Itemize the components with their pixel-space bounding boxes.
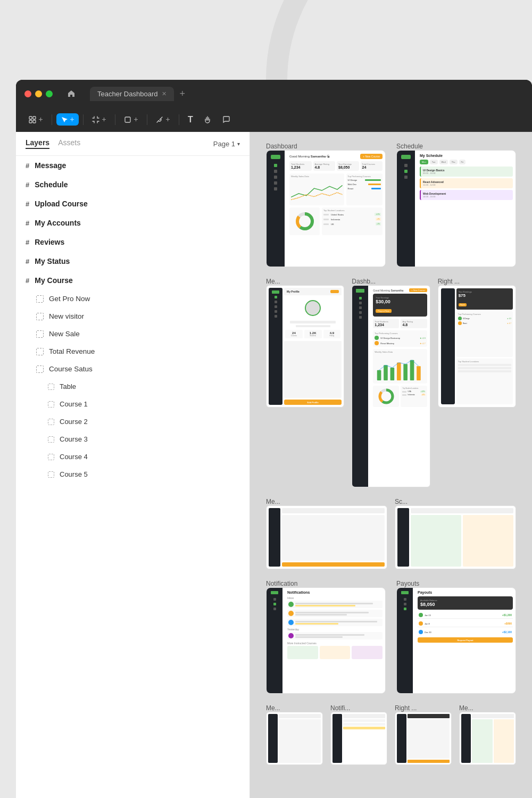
child-label: Course Satus (49, 365, 93, 373)
layer-item-schedule[interactable]: # Schedule (16, 175, 250, 194)
frame-me2[interactable]: Me... (266, 498, 387, 569)
comment-tool-button[interactable] (218, 113, 235, 126)
toolbar-divider-3 (115, 114, 115, 125)
me-sidebar (269, 288, 282, 405)
donut-svg (294, 211, 315, 232)
frame-tool-button[interactable] (88, 113, 111, 126)
tab-close-icon[interactable]: ✕ (162, 90, 167, 97)
schedule-item: UI Design Basics 09:00 - 10:30 (420, 167, 513, 177)
avatar (458, 321, 462, 325)
layer-child-new-visitor[interactable]: New visitor (16, 307, 250, 325)
layer-grandchild-course-4[interactable]: Course 4 (16, 448, 250, 466)
msg-line (295, 612, 369, 613)
layer-child-new-sale[interactable]: New Sale (16, 325, 250, 343)
text-tool-button[interactable]: T (184, 112, 197, 127)
layer-child-course-status[interactable]: Course Satus (16, 360, 250, 378)
flag-icon (323, 214, 329, 215)
loc-row: USA +12% (402, 390, 425, 393)
layer-item-upload-course[interactable]: # Upload Course (16, 194, 250, 213)
frame-payouts[interactable]: Payouts Payouts Availab (396, 580, 516, 694)
layers-tab[interactable]: Layers (26, 138, 49, 149)
frame-schedule[interactable]: Schedule My Schedule Mo (396, 143, 516, 267)
nav (359, 306, 362, 309)
frame-label-payouts: Payouts (396, 580, 516, 587)
right-content: Your Earnings $75 Payout Top Performing … (456, 288, 513, 404)
layer-item-my-course[interactable]: # My Course (16, 271, 250, 290)
me-header: My Profile (284, 288, 342, 295)
rect-tool-button[interactable] (120, 113, 143, 126)
close-button[interactable] (24, 90, 31, 97)
layer-grandchild-course-2[interactable]: Course 2 (16, 413, 250, 430)
avatar (288, 602, 294, 607)
frame-dashb[interactable]: Dashb... (352, 278, 430, 487)
frame-me3[interactable]: Me... (266, 704, 323, 765)
country: Indonesia (331, 218, 373, 221)
dashb-stats: Total Students 1,234 Avg Rating 4.8 (373, 319, 427, 328)
layer-grandchild-course-1[interactable]: Course 1 (16, 395, 250, 413)
frame-right2[interactable]: Right ... (395, 704, 452, 765)
canvas-area[interactable]: Dashboard (250, 132, 532, 798)
payout-row: Dec 30 +$2,100 (418, 629, 513, 635)
hand-tool-button[interactable] (200, 113, 216, 126)
payout-icon (419, 621, 423, 626)
minimize-button[interactable] (35, 90, 42, 97)
frame-notification[interactable]: Notification Notifications (266, 580, 386, 694)
layer-item-my-status[interactable]: # My Status (16, 252, 250, 271)
toolbar-divider-1 (52, 114, 52, 125)
dashb-header: Good Morning Samantha + New Course (373, 288, 427, 292)
flag-icon (323, 223, 329, 225)
pen-tool-button[interactable] (152, 113, 174, 126)
flag (402, 391, 406, 393)
me-stat: 1.2K Students (304, 330, 322, 338)
layer-item-reviews[interactable]: # Reviews (16, 232, 250, 252)
grandchild-label: Course 3 (60, 435, 88, 443)
right-top-courses: Top Performing Courses UI Design ★ 4.9 (456, 311, 513, 357)
layer-item-message[interactable]: # Message (16, 156, 250, 175)
loc-list: USA +12% Indonesia +8% (402, 390, 425, 396)
me-info (284, 321, 342, 327)
loc-row (458, 364, 511, 366)
maximize-button[interactable] (46, 90, 53, 97)
nav (359, 316, 362, 319)
move-tool-button[interactable] (24, 113, 47, 126)
courses-title: Top Performing Courses (348, 175, 381, 178)
home-button[interactable] (63, 86, 79, 102)
layer-child-total-revenue[interactable]: Total Revenue (16, 343, 250, 360)
me-cta: Edit Profile (284, 400, 342, 405)
layer-child-get-pro-now[interactable]: Get Pro Now (16, 290, 250, 307)
layer-item-my-accounts[interactable]: # My Accounts (16, 213, 250, 232)
child-label: Total Revenue (49, 347, 95, 355)
active-tab[interactable]: Teacher Dashboard ✕ (90, 87, 174, 101)
loc-title: Top Student Locations (402, 387, 425, 389)
stat-card: Average Rating 4.8 (313, 161, 336, 171)
stat-value: 4.8 (315, 165, 334, 169)
bar-chart-card: Weekly Sales Data (373, 349, 427, 384)
frame-me[interactable]: Me... (266, 278, 344, 487)
assets-tab[interactable]: Assets (58, 138, 80, 149)
frame-dashboard[interactable]: Dashboard (266, 143, 386, 267)
frame-notifi[interactable]: Notifi... (330, 704, 387, 765)
body (282, 515, 385, 561)
loc-name: USA (408, 390, 419, 393)
yesterday-list (287, 632, 383, 639)
tc-list: UI Design ★ 4.9 React ★ 4.7 (458, 317, 511, 325)
svg-rect-10 (384, 365, 388, 380)
notif-title: Notifications (287, 591, 383, 594)
section-title: More Instructed Courses (287, 642, 383, 645)
layer-grandchild-course-5[interactable]: Course 5 (16, 466, 250, 483)
frame-sc[interactable]: Sc... (395, 498, 516, 569)
pill-value: 4.8 (402, 323, 425, 327)
frame-me4[interactable]: Me... (459, 704, 516, 765)
course-bar (368, 184, 381, 185)
frame-right[interactable]: Right ... Your Earnings $75 Payout (438, 278, 516, 487)
page-selector[interactable]: Page 1 ▾ (213, 140, 240, 148)
donut-card (373, 386, 399, 407)
chart-title: Weekly Sales Data (375, 351, 425, 353)
tab-add-button[interactable]: + (176, 88, 188, 99)
svg-rect-11 (390, 368, 395, 380)
select-tool-button[interactable] (56, 113, 79, 126)
preview-topbar: Good Morning Samantha 🌤 + New Course (289, 154, 383, 159)
layer-grandchild-table[interactable]: Table (16, 378, 250, 395)
layer-grandchild-course-3[interactable]: Course 3 (16, 430, 250, 448)
text-icon: T (188, 115, 193, 124)
